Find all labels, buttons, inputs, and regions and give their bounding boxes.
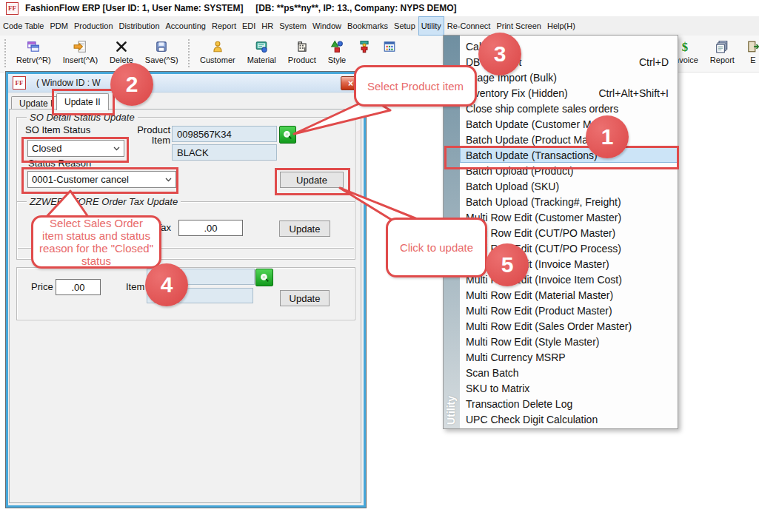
toolbar-button-insert-a[interactable]: Insert(^A) (57, 36, 104, 71)
price-field[interactable]: .00 (56, 279, 101, 295)
toolbar-button-customer[interactable]: Customer (194, 36, 241, 71)
customer-icon (211, 38, 224, 55)
menubar-item-utility[interactable]: Utility (418, 16, 444, 36)
product-item-color-field[interactable]: BLACK (172, 144, 277, 161)
menubar-item-production[interactable]: Production (71, 16, 116, 36)
status-reason-select[interactable]: 0001-Customer cancel (27, 171, 176, 188)
utility-menu-item-multi-row-edit-cut-po-master[interactable]: Multi Row Edit (CUT/PO Master) (460, 225, 678, 240)
menu-item-label: UPC Check Digit Calculation (466, 414, 598, 425)
magnifier-icon (283, 130, 292, 140)
menubar-item-pdm[interactable]: PDM (47, 16, 70, 36)
utility-menu-item-batch-upload-product[interactable]: Batch Upload (Product) (460, 163, 678, 178)
utility-menu-item-transaction-delete-log[interactable]: Transaction Delete Log (460, 396, 678, 411)
window-logo-icon: FF (13, 76, 26, 90)
figure-icon (358, 38, 371, 55)
grid-icon (383, 38, 396, 55)
menubar-item-system[interactable]: System (276, 16, 310, 36)
toolbar-button-e[interactable]: E (740, 36, 759, 71)
utility-menu-item-multi-currency-msrp[interactable]: Multi Currency MSRP (460, 349, 678, 365)
menu-item-label: SKU to Matrix (466, 383, 529, 394)
tab-update-2[interactable]: Update II (56, 93, 109, 110)
toolbar-grip (188, 39, 193, 67)
callout-select-product-item: Select Product item (354, 65, 477, 107)
toolbar-button-label: Style (328, 55, 346, 64)
menu-item-label: Close ship complete sales orders (466, 103, 618, 115)
utility-menu-item-multi-row-edit-material-master[interactable]: Multi Row Edit (Material Master) (460, 287, 678, 303)
toolbar-button-style[interactable]: Style (322, 36, 352, 71)
group-title: SO Detail Status Update (27, 112, 138, 123)
menubar-item-setup[interactable]: Setup (391, 16, 418, 36)
update-status-button[interactable]: Update (280, 172, 344, 188)
toolbar-button-label: Customer (200, 55, 235, 64)
tab-page-update-2: SO Detail Status Update SO Item Status C… (9, 109, 361, 503)
menu-item-label: Multi Row Edit (Material Master) (466, 289, 613, 301)
menu-item-label: Multi Row Edit (Customer Master) (466, 212, 621, 223)
product-item-search-button[interactable] (279, 126, 296, 144)
menu-item-label: Batch Upload (Product) (466, 165, 574, 177)
app-title-bar: FF FashionFlow ERP [User ID: 1, User Nam… (0, 0, 759, 16)
utility-menu-item-batch-update-product-master[interactable]: Batch Update (Product Master) (460, 132, 678, 147)
menubar-item-help-h[interactable]: Help(H) (544, 16, 578, 36)
utility-menu-item-upc-check-digit-calculation[interactable]: UPC Check Digit Calculation (460, 411, 678, 427)
item-search-button[interactable] (255, 269, 273, 286)
toolbar-button-label: Product (288, 55, 316, 64)
update-tax-button[interactable]: Update (279, 220, 330, 237)
toolbar-group-1: Retrv(^R)Insert(^A)DeleteSave(^S) (3, 36, 184, 71)
utility-menu-item-batch-update-customer-master[interactable]: Batch Update (Customer Master) (460, 116, 678, 132)
so-item-status-select[interactable]: Closed (27, 140, 124, 157)
exit-icon (746, 38, 759, 55)
utility-menu-item-multi-row-edit-customer-master[interactable]: Multi Row Edit (Customer Master) (460, 209, 678, 225)
utility-menu-items: CalculatorDB ConnectCtrl+DImage Import (… (460, 36, 678, 428)
menu-item-label: Transaction Delete Log (466, 398, 572, 410)
update-price-button[interactable]: Update (280, 290, 330, 306)
product-item-label: Product Item (124, 125, 170, 146)
toolbar-button-report[interactable]: Report (704, 36, 740, 71)
menubar-item-window[interactable]: Window (310, 16, 344, 36)
menu-item-label: Multi Row Edit (Product Master) (466, 305, 612, 317)
menubar-item-report[interactable]: Report (209, 16, 239, 36)
menu-bar: Code TablePDMProductionDistributionAccou… (0, 16, 759, 36)
menu-item-label: Scan Batch (466, 367, 519, 379)
menubar-item-accounting[interactable]: Accounting (163, 16, 209, 36)
utility-menu-item-multi-row-edit-product-master[interactable]: Multi Row Edit (Product Master) (460, 303, 678, 318)
product-item-code-field[interactable]: 0098567K34 (172, 126, 277, 142)
utility-menu-item-multi-row-edit-sales-order-master[interactable]: Multi Row Edit (Sales Order Master) (460, 318, 678, 334)
toolbar-button-label: Retrv(^R) (16, 55, 51, 64)
magnifier-icon (260, 273, 270, 283)
menubar-item-distribution[interactable]: Distribution (116, 16, 163, 36)
utility-menu-item-multi-row-edit-style-master[interactable]: Multi Row Edit (Style Master) (460, 334, 678, 349)
toolbar-grip (4, 39, 9, 67)
menubar-item-edi[interactable]: EDI (239, 16, 258, 36)
style-icon (330, 38, 344, 55)
menubar-item-hr[interactable]: HR (258, 16, 276, 36)
menubar-item-code-table[interactable]: Code Table (0, 16, 47, 36)
toolbar-button-save-s[interactable]: Save(^S) (139, 36, 184, 71)
group-title: ZZWEB STORE Order Tax Update (27, 196, 181, 207)
utility-menu-item-batch-upload-tracking-freight[interactable]: Batch Upload (Tracking#, Freight) (460, 194, 678, 209)
utility-menu-item-scan-batch[interactable]: Scan Batch (460, 365, 678, 380)
utility-menu-item-inventory-fix-hidden[interactable]: Inventory Fix (Hidden)Ctrl+Alt+Shift+I (460, 85, 678, 101)
utility-menu-item-batch-upload-sku[interactable]: Batch Upload (SKU) (460, 178, 678, 194)
utility-menu-item-close-ship-complete-sales-orders[interactable]: Close ship complete sales orders (460, 101, 678, 116)
report-icon (715, 38, 729, 55)
insert-icon (73, 38, 87, 55)
toolbar-button-material[interactable]: Material (241, 36, 282, 71)
menu-item-shortcut: Ctrl+Alt+Shift+I (591, 87, 669, 99)
menubar-item-bookmarks[interactable]: Bookmarks (344, 16, 391, 36)
callout-select-status: Select Sales Order item status and statu… (31, 215, 161, 269)
toolbar-button-retrv-r[interactable]: Retrv(^R) (10, 36, 57, 71)
child-window-title-bar[interactable]: FF ( Window ID : W 20 ) × (8, 74, 364, 92)
toolbar-button-label: Material (247, 55, 276, 64)
menu-item-label: Multi Currency MSRP (466, 351, 566, 363)
utility-menu-item-sku-to-matrix[interactable]: SKU to Matrix (460, 380, 678, 396)
menubar-item-re-connect[interactable]: Re-Connect (444, 16, 494, 36)
callout-click-to-update: Click to update (386, 218, 487, 277)
tax-field[interactable]: .00 (178, 220, 243, 236)
toolbar-button-product[interactable]: Product (282, 36, 322, 71)
utility-menu-item-batch-update-transactions[interactable]: Batch Update (Transactions) (460, 147, 678, 163)
save-icon (155, 38, 168, 55)
invoice-icon: $ (678, 38, 692, 55)
retrieve-icon (27, 38, 40, 55)
step-badge-2: 2 (110, 63, 153, 106)
screen: FF FashionFlow ERP [User ID: 1, User Nam… (0, 0, 759, 532)
